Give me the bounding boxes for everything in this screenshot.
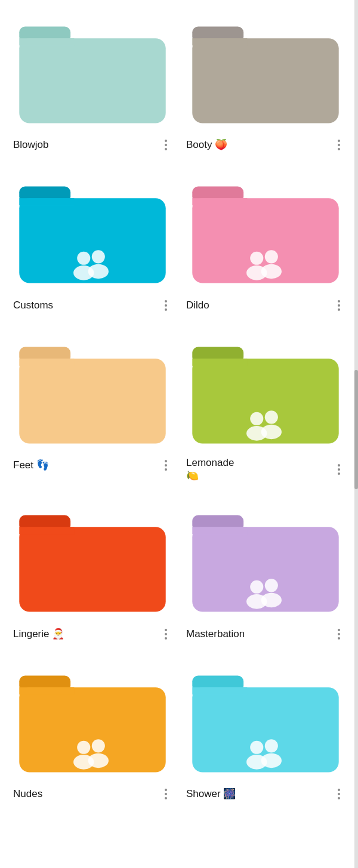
- folder-menu-feet[interactable]: [160, 456, 172, 474]
- folder-menu-blowjob[interactable]: [160, 136, 172, 154]
- folder-name-masterbation: Masterbation: [186, 628, 333, 641]
- folder-label-row-booty: Booty 🍑: [185, 136, 346, 154]
- folder-label-row-dildo: Dildo: [185, 296, 346, 314]
- folder-icon-lingerie[interactable]: [12, 501, 173, 620]
- svg-rect-1: [19, 38, 165, 123]
- folder-icon-customs[interactable]: [12, 172, 173, 291]
- svg-rect-22: [19, 359, 74, 366]
- folder-name-blowjob: Blowjob: [13, 138, 160, 152]
- folder-svg-lemonade: [185, 332, 346, 449]
- svg-point-39: [261, 593, 282, 608]
- svg-point-38: [265, 579, 278, 592]
- svg-rect-25: [192, 359, 247, 366]
- folder-svg-dildo: [185, 172, 346, 289]
- svg-point-28: [265, 410, 278, 424]
- folder-label-row-lemonade: Lemonade 🍋: [185, 456, 346, 483]
- folder-label-row-shower: Shower 🎆: [185, 785, 346, 803]
- folder-svg-nudes: [12, 661, 173, 778]
- folder-svg-shower: [185, 661, 346, 778]
- folder-menu-lingerie[interactable]: [160, 625, 172, 643]
- folder-icon-feet[interactable]: [12, 332, 173, 452]
- folder-svg-blowjob: [12, 12, 173, 129]
- svg-rect-31: [19, 527, 165, 611]
- folder-icon-dildo[interactable]: [185, 172, 346, 291]
- folder-name-customs: Customs: [13, 299, 160, 312]
- svg-point-16: [250, 252, 263, 265]
- svg-point-53: [261, 753, 282, 768]
- svg-point-26: [250, 412, 263, 425]
- folder-item-nudes: Nudes: [12, 661, 173, 803]
- folder-svg-booty: [185, 12, 346, 129]
- folder-item-dildo: Dildo: [185, 172, 346, 314]
- folder-name-lemonade: Lemonade 🍋: [186, 456, 333, 483]
- folder-label-row-feet: Feet 👣: [12, 456, 173, 474]
- folder-svg-lingerie: [12, 501, 173, 617]
- folder-svg-feet: [12, 332, 173, 449]
- folder-menu-nudes[interactable]: [160, 785, 172, 803]
- svg-point-19: [261, 264, 282, 279]
- folder-icon-masterbation[interactable]: [185, 501, 346, 620]
- folder-item-lingerie: Lingerie 🎅: [12, 501, 173, 642]
- folder-icon-blowjob[interactable]: [12, 12, 173, 131]
- folder-item-feet: Feet 👣: [12, 332, 173, 483]
- svg-rect-32: [19, 527, 74, 534]
- folder-label-row-nudes: Nudes: [12, 785, 173, 803]
- folder-label-row-masterbation: Masterbation: [185, 625, 346, 643]
- folder-item-blowjob: Blowjob: [12, 12, 173, 154]
- svg-point-18: [265, 251, 278, 264]
- scrollbar-track[interactable]: [354, 0, 358, 868]
- svg-rect-49: [192, 687, 247, 694]
- folder-icon-booty[interactable]: [185, 12, 346, 131]
- folder-label-row-customs: Customs: [12, 296, 173, 314]
- folder-menu-masterbation[interactable]: [333, 625, 345, 643]
- folder-menu-lemonade[interactable]: [333, 461, 345, 478]
- svg-point-50: [250, 740, 263, 753]
- folder-menu-customs[interactable]: [160, 296, 172, 314]
- svg-point-43: [77, 740, 90, 753]
- svg-point-29: [261, 424, 282, 439]
- folder-icon-lemonade[interactable]: [185, 332, 346, 452]
- svg-rect-8: [19, 199, 74, 206]
- svg-rect-42: [19, 687, 74, 694]
- svg-rect-5: [192, 38, 247, 45]
- svg-point-45: [92, 739, 105, 752]
- svg-rect-15: [192, 199, 247, 206]
- svg-point-12: [88, 264, 109, 279]
- folder-grid: BlowjobBooty 🍑CustomsDildoFeet 👣Lemonade…: [0, 0, 358, 803]
- folder-item-lemonade: Lemonade 🍋: [185, 332, 346, 483]
- svg-rect-4: [192, 38, 338, 123]
- folder-item-customs: Customs: [12, 172, 173, 314]
- folder-name-booty: Booty 🍑: [186, 138, 333, 152]
- svg-rect-21: [19, 359, 165, 443]
- folder-icon-nudes[interactable]: [12, 661, 173, 780]
- folder-name-lingerie: Lingerie 🎅: [13, 628, 160, 641]
- svg-point-36: [250, 580, 263, 594]
- folder-name-dildo: Dildo: [186, 299, 333, 312]
- svg-point-52: [265, 739, 278, 752]
- folder-svg-customs: [12, 172, 173, 289]
- folder-name-nudes: Nudes: [13, 787, 160, 801]
- folder-item-masterbation: Masterbation: [185, 501, 346, 642]
- folder-label-row-lingerie: Lingerie 🎅: [12, 625, 173, 643]
- svg-point-11: [92, 251, 105, 264]
- folder-menu-dildo[interactable]: [333, 296, 345, 314]
- folder-item-booty: Booty 🍑: [185, 12, 346, 154]
- svg-point-46: [88, 753, 109, 768]
- svg-rect-2: [19, 38, 74, 45]
- folder-label-row-blowjob: Blowjob: [12, 136, 173, 154]
- folder-menu-booty[interactable]: [333, 136, 345, 154]
- folder-name-feet: Feet 👣: [13, 459, 160, 472]
- svg-rect-35: [192, 527, 247, 534]
- folder-svg-masterbation: [185, 501, 346, 617]
- folder-icon-shower[interactable]: [185, 661, 346, 780]
- svg-point-9: [77, 252, 90, 265]
- folder-item-shower: Shower 🎆: [185, 661, 346, 803]
- folder-menu-shower[interactable]: [333, 785, 345, 803]
- folder-name-shower: Shower 🎆: [186, 787, 333, 801]
- scrollbar-thumb[interactable]: [354, 370, 358, 489]
